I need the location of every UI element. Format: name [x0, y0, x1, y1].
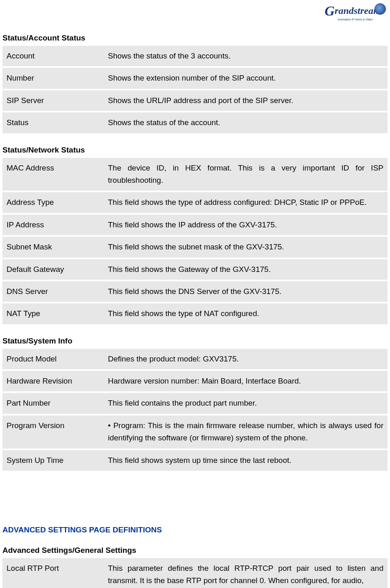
section-title-account-status: Status/Account Status [2, 34, 388, 43]
cell-key: Default Gateway [2, 259, 104, 280]
table-row: Local RTP Port This parameter defines th… [2, 558, 388, 588]
table-row: Hardware Revision Hardware version numbe… [2, 371, 388, 391]
logo-brand-rest: randstream [335, 5, 381, 16]
cell-key: Hardware Revision [2, 371, 104, 391]
table-row: SIP Server Shows the URL/IP address and … [2, 90, 388, 111]
cell-key: Status [2, 112, 104, 133]
section-title-network-status: Status/Network Status [2, 146, 388, 155]
cell-key: SIP Server [2, 90, 104, 111]
cell-key: Number [2, 68, 104, 88]
table-row: IP Address This field shows the IP addre… [2, 215, 388, 235]
cell-val: Shows the status of the 3 accounts. [104, 46, 388, 66]
cell-key: NAT Type [2, 303, 104, 324]
cell-val: Defines the product model: GXV3175. [104, 349, 388, 369]
section-title-general-settings: Advanced Settings/General Settings [2, 546, 388, 555]
table-row: Part Number This field contains the prod… [2, 393, 388, 413]
cell-key: Part Number [2, 393, 104, 413]
cell-key: IP Address [2, 215, 104, 235]
table-row: Account Shows the status of the 3 accoun… [2, 46, 388, 66]
cell-key: Local RTP Port [2, 558, 104, 588]
cell-val: This field shows the type of NAT configu… [104, 303, 388, 324]
cell-key: MAC Address [2, 158, 104, 191]
brand-logo: Grandstream Innovative IP Voice & Video [325, 3, 386, 26]
cell-val: This field shows the IP address of the G… [104, 215, 388, 235]
table-row: Program Version • Program: This is the m… [2, 415, 388, 449]
cell-val: Shows the status of the account. [104, 112, 388, 133]
table-row: Address Type This field shows the type o… [2, 192, 388, 213]
cell-val: This field shows the type of address con… [104, 192, 388, 213]
cell-val: This parameter defines the local RTP-RTC… [104, 558, 388, 588]
cell-key: Address Type [2, 192, 104, 213]
heading-advanced-settings: ADVANCED SETTINGS PAGE DEFINITIONS [2, 525, 388, 534]
cell-val: Shows the extension number of the SIP ac… [104, 68, 388, 88]
cell-key: Subnet Mask [2, 237, 104, 257]
cell-val: This field contains the product part num… [104, 393, 388, 413]
table-network-status: MAC Address The device ID, in HEX format… [2, 156, 388, 326]
table-row: Default Gateway This field shows the Gat… [2, 259, 388, 280]
cell-val: Shows the URL/IP address and port of the… [104, 90, 388, 111]
cell-val: This field shows the DNS Server of the G… [104, 281, 388, 302]
cell-key: Product Model [2, 349, 104, 369]
cell-val: This field shows system up time since th… [104, 450, 388, 471]
cell-key: DNS Server [2, 281, 104, 302]
section-title-system-info: Status/System Info [2, 337, 388, 346]
table-account-status: Account Shows the status of the 3 accoun… [2, 44, 388, 135]
cell-val: This field shows the subnet mask of the … [104, 237, 388, 257]
cell-val: This field shows the Gateway of the GXV-… [104, 259, 388, 280]
table-row: Number Shows the extension number of the… [2, 68, 388, 88]
table-row: MAC Address The device ID, in HEX format… [2, 158, 388, 191]
cell-val: • Program: This is the main firmware rel… [104, 415, 388, 449]
table-row: Status Shows the status of the account. [2, 112, 388, 133]
table-general-settings: Local RTP Port This parameter defines th… [2, 557, 388, 588]
cell-key: System Up Time [2, 450, 104, 471]
cell-key: Program Version [2, 415, 104, 449]
table-row: Product Model Defines the product model:… [2, 349, 388, 369]
table-row: Subnet Mask This field shows the subnet … [2, 237, 388, 257]
table-row: System Up Time This field shows system u… [2, 450, 388, 471]
logo-letter-g: G [325, 3, 335, 18]
cell-val: Hardware version number: Main Board, Int… [104, 371, 388, 391]
phone-icon [374, 3, 386, 15]
cell-key: Account [2, 46, 104, 66]
table-row: DNS Server This field shows the DNS Serv… [2, 281, 388, 302]
document-page: Grandstream Innovative IP Voice & Video … [0, 0, 390, 588]
table-row: NAT Type This field shows the type of NA… [2, 303, 388, 324]
table-system-info: Product Model Defines the product model:… [2, 347, 388, 472]
logo-tagline: Innovative IP Voice & Video [325, 18, 386, 21]
cell-val: The device ID, in HEX format. This is a … [104, 158, 388, 191]
